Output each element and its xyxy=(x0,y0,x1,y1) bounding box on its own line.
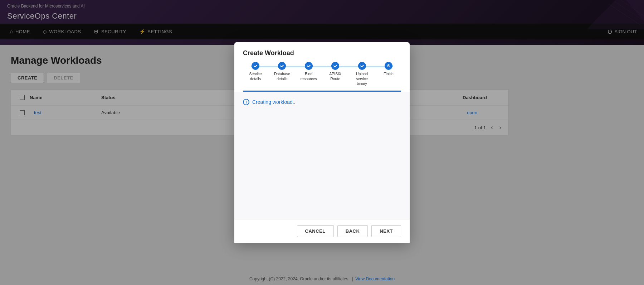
progress-bar-fill xyxy=(243,91,401,92)
step-3-label: Bindresources xyxy=(301,72,317,81)
status-text: Creating workload.. xyxy=(252,99,296,105)
modal-title: Create Workload xyxy=(234,42,410,57)
back-button[interactable]: BACK xyxy=(337,225,368,237)
step-6: 6 Finish xyxy=(376,62,401,86)
modal-body: i Creating workload.. xyxy=(234,92,410,219)
step-5: Uploadservicebinary xyxy=(350,62,375,86)
step-5-circle xyxy=(358,62,366,70)
step-5-label: Uploadservicebinary xyxy=(356,72,368,86)
modal-overlay: Create Workload Servicedetails xyxy=(0,0,644,285)
step-2-label: Databasedetails xyxy=(274,72,290,81)
modal-footer: CANCEL BACK NEXT xyxy=(234,219,410,243)
progress-bar xyxy=(243,91,401,92)
info-icon: i xyxy=(243,99,249,105)
step-3: Bindresources xyxy=(296,62,321,86)
step-4-circle xyxy=(331,62,339,70)
cancel-button[interactable]: CANCEL xyxy=(297,225,334,237)
step-1-label: Servicedetails xyxy=(249,72,262,81)
step-4: APISIXRoute xyxy=(323,62,348,86)
check-icon-5 xyxy=(360,64,364,68)
step-6-circle: 6 xyxy=(385,62,392,70)
step-2-circle xyxy=(278,62,286,70)
check-icon-4 xyxy=(333,64,337,68)
check-icon-2 xyxy=(280,64,284,68)
steps-row: Servicedetails Databasedetails xyxy=(243,62,401,86)
steps-container: Servicedetails Databasedetails xyxy=(234,57,410,86)
next-button[interactable]: NEXT xyxy=(371,225,401,237)
step-1-circle xyxy=(252,62,259,70)
step-4-label: APISIXRoute xyxy=(329,72,341,81)
step-3-circle xyxy=(305,62,313,70)
create-workload-modal: Create Workload Servicedetails xyxy=(234,42,410,243)
step-1: Servicedetails xyxy=(243,62,268,86)
step-2: Databasedetails xyxy=(269,62,294,86)
step-6-label: Finish xyxy=(384,72,394,77)
check-icon-1 xyxy=(253,64,258,68)
status-message: i Creating workload.. xyxy=(243,99,401,105)
check-icon-3 xyxy=(307,64,311,68)
